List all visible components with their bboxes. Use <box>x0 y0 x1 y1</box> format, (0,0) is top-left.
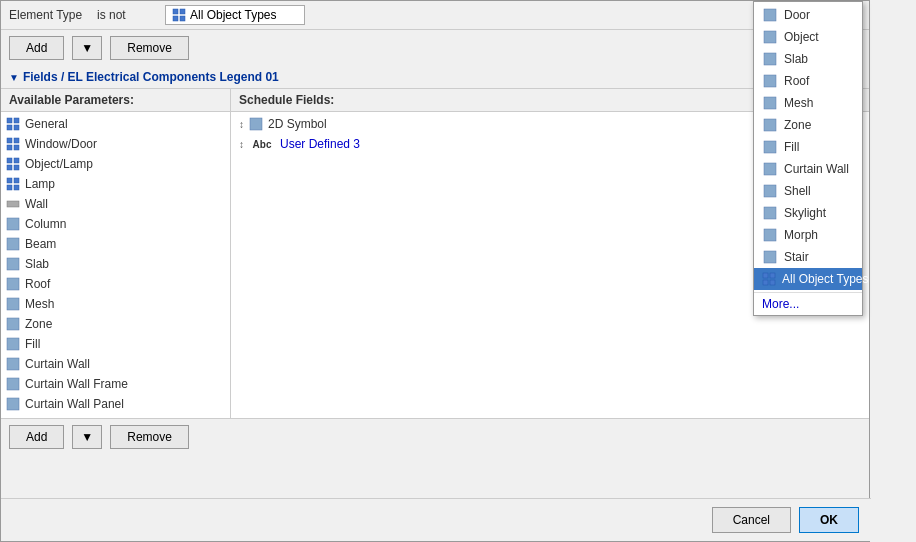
ok-button[interactable]: OK <box>799 507 859 533</box>
left-list-item[interactable]: General <box>1 114 230 134</box>
svg-rect-7 <box>14 125 19 130</box>
left-list-item[interactable]: Beam <box>1 234 230 254</box>
zone-icon <box>5 316 21 332</box>
svg-rect-23 <box>7 258 19 270</box>
left-list-item[interactable]: Mesh <box>1 294 230 314</box>
left-list-item-label: Lamp <box>25 177 55 191</box>
svg-rect-29 <box>7 378 19 390</box>
dropdown-item-label: Roof <box>784 74 809 88</box>
left-list-item[interactable]: Object/Lamp <box>1 154 230 174</box>
dropdown-item[interactable]: Fill <box>754 136 862 158</box>
svg-rect-40 <box>764 119 776 131</box>
bottom-add-arrow-button[interactable]: ▼ <box>72 425 102 449</box>
beam-icon <box>5 236 21 252</box>
left-list-item[interactable]: Slab <box>1 254 230 274</box>
dropdown-item[interactable]: Stair <box>754 246 862 268</box>
left-list-item[interactable]: Curtain Wall Frame <box>1 374 230 394</box>
dropdown-item[interactable]: Object <box>754 26 862 48</box>
filter-type-icon <box>172 8 186 22</box>
curtainwall-icon <box>5 356 21 372</box>
dropdown-item[interactable]: Shell <box>754 180 862 202</box>
left-list-item[interactable]: Zone <box>1 314 230 334</box>
dropdown-item[interactable]: Morph <box>754 224 862 246</box>
column-icon <box>5 216 21 232</box>
dropdown-item[interactable]: Door <box>754 4 862 26</box>
dropdown-item[interactable]: Slab <box>754 48 862 70</box>
fill-icon <box>5 336 21 352</box>
dropdown-item-label: Stair <box>784 250 809 264</box>
dropdown-item-label: Slab <box>784 52 808 66</box>
svg-rect-19 <box>14 185 19 190</box>
dropdown-item-label: Curtain Wall <box>784 162 849 176</box>
svg-rect-1 <box>180 9 185 14</box>
dropdown-item[interactable]: Mesh <box>754 92 862 114</box>
bottom-remove-button[interactable]: Remove <box>110 425 189 449</box>
svg-rect-25 <box>7 298 19 310</box>
roof-icon <box>5 276 21 292</box>
filter-operator: is not <box>97 8 157 22</box>
top-remove-button[interactable]: Remove <box>110 36 189 60</box>
left-list[interactable]: GeneralWindow/DoorObject/LampLampWallCol… <box>1 112 230 417</box>
slab-icon <box>5 256 21 272</box>
svg-rect-9 <box>14 138 19 143</box>
svg-rect-24 <box>7 278 19 290</box>
left-list-item[interactable]: Curtain Wall Junction <box>1 414 230 417</box>
curtainwall-icon <box>762 161 778 177</box>
curtainwall-icon <box>5 416 21 417</box>
bottom-add-button[interactable]: Add <box>9 425 64 449</box>
grid-icon <box>5 176 21 192</box>
filter-row: Element Type is not All Object Types <box>1 1 869 30</box>
svg-rect-6 <box>7 125 12 130</box>
left-panel-header: Available Parameters: <box>1 89 230 112</box>
right-list-item-label: 2D Symbol <box>268 117 327 131</box>
right-list-item-arrow: ↕ <box>239 139 244 150</box>
svg-rect-48 <box>770 273 775 278</box>
expand-icon <box>5 116 21 132</box>
dropdown-more-link[interactable]: More... <box>754 295 862 313</box>
dropdown-item-label: Door <box>784 8 810 22</box>
dropdown-item-label: Morph <box>784 228 818 242</box>
cancel-button[interactable]: Cancel <box>712 507 791 533</box>
dropdown-item[interactable]: All Object Types <box>754 268 862 290</box>
dropdown-item-label: Skylight <box>784 206 826 220</box>
dropdown-item[interactable]: Roof <box>754 70 862 92</box>
slab-icon <box>762 51 778 67</box>
wall-icon <box>5 196 21 212</box>
svg-rect-26 <box>7 318 19 330</box>
section-title: ▼ Fields / EL Electrical Components Lege… <box>1 66 869 88</box>
filter-type-button[interactable]: All Object Types <box>165 5 305 25</box>
dropdown-item[interactable]: Curtain Wall <box>754 158 862 180</box>
svg-rect-39 <box>764 97 776 109</box>
svg-rect-20 <box>7 201 19 207</box>
left-list-item[interactable]: Curtain Wall <box>1 354 230 374</box>
svg-rect-46 <box>764 251 776 263</box>
section-triangle-icon: ▼ <box>9 72 19 83</box>
top-add-button[interactable]: Add <box>9 36 64 60</box>
left-list-item-label: Fill <box>25 337 40 351</box>
fill-icon <box>762 139 778 155</box>
left-list-item[interactable]: Roof <box>1 274 230 294</box>
svg-rect-34 <box>250 118 262 130</box>
left-list-item[interactable]: Fill <box>1 334 230 354</box>
dropdown-item[interactable]: Skylight <box>754 202 862 224</box>
left-list-item-label: Curtain Wall Frame <box>25 377 128 391</box>
dropdown-item[interactable]: Zone <box>754 114 862 136</box>
svg-rect-44 <box>764 207 776 219</box>
left-list-item[interactable]: Curtain Wall Panel <box>1 394 230 414</box>
svg-rect-27 <box>7 338 19 350</box>
top-add-arrow-button[interactable]: ▼ <box>72 36 102 60</box>
curtainwall-icon <box>5 376 21 392</box>
svg-rect-37 <box>764 53 776 65</box>
top-btn-row: Add ▼ Remove <box>1 30 869 66</box>
svg-rect-11 <box>14 145 19 150</box>
left-list-item[interactable]: Lamp <box>1 174 230 194</box>
filter-type-label: All Object Types <box>190 8 276 22</box>
left-list-item[interactable]: Column <box>1 214 230 234</box>
svg-rect-14 <box>7 165 12 170</box>
left-list-item[interactable]: Wall <box>1 194 230 214</box>
dropdown-overlay: DoorObjectSlabRoofMeshZoneFillCurtain Wa… <box>753 1 863 316</box>
left-list-item[interactable]: Window/Door <box>1 134 230 154</box>
left-list-item-label: Mesh <box>25 297 54 311</box>
svg-rect-43 <box>764 185 776 197</box>
stair-icon <box>762 249 778 265</box>
